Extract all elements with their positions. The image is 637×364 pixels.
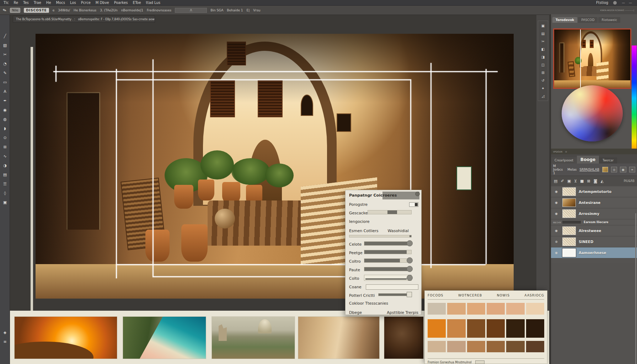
menu-item[interactable]: Tes — [23, 1, 29, 5]
colto-slider[interactable] — [364, 275, 412, 281]
layer-thumbnail[interactable] — [562, 198, 576, 207]
coane-field[interactable] — [366, 284, 418, 290]
option-item[interactable]: Behaide 1 — [227, 9, 243, 12]
menu-item[interactable]: M Dbve — [96, 1, 109, 5]
coltro-slider[interactable] — [364, 258, 412, 263]
option-item[interactable]: Bin SGA — [210, 9, 223, 12]
color-swatch[interactable] — [447, 303, 465, 315]
peetge-slider[interactable] — [364, 250, 412, 254]
panel-tab-torodevok[interactable]: Torodevok — [552, 17, 577, 23]
panel-tool-icon[interactable]: ◿ — [538, 92, 548, 100]
panel-icon[interactable]: ▤ — [554, 179, 557, 183]
color-swatch[interactable] — [447, 341, 465, 352]
swatch-group-header[interactable]: AASRIOCG — [524, 294, 544, 297]
layer-thumbnail[interactable] — [562, 226, 576, 235]
option-item[interactable]: He Bisnerkeus — [74, 9, 96, 12]
tool-icon[interactable]: ▭ — [0, 77, 10, 87]
swatch-group-header[interactable]: FOCODS — [428, 294, 443, 297]
tool-icon[interactable]: ╱ — [0, 31, 10, 41]
color-swatch[interactable] — [447, 319, 465, 338]
color-swatch[interactable] — [487, 319, 505, 338]
dialog-footer-left[interactable]: Dbege — [349, 310, 362, 315]
layer-row[interactable]: ◉ Alrestweee — [551, 225, 637, 236]
tab-crearlpooet[interactable]: Crearlpooet — [551, 157, 577, 164]
panel-tool-icon[interactable]: ◨ — [538, 53, 548, 61]
panel-icon[interactable]: ◙ — [594, 179, 598, 183]
panel-icon[interactable]: ✐ — [561, 179, 564, 183]
tool-icon[interactable]: ▧ — [0, 41, 10, 50]
layer-row[interactable]: BB/149 Earesm Iliecare — [551, 219, 637, 225]
option-item[interactable]: 3. (TAe2Un — [100, 9, 117, 12]
menu-item[interactable]: Pcrce — [81, 1, 91, 5]
color-swatch[interactable] — [467, 303, 485, 315]
color-swatch[interactable] — [487, 341, 505, 352]
visibility-eye-icon[interactable]: ◉ — [553, 190, 560, 193]
layer-thumbnail[interactable] — [562, 248, 576, 257]
list-button[interactable]: ≡ — [629, 167, 635, 172]
panel-icon[interactable]: ▣ — [567, 179, 571, 183]
crop-guide-line[interactable] — [116, 69, 117, 278]
crop-guide-line[interactable] — [430, 63, 432, 268]
tool-icon[interactable]: ⊞ — [0, 142, 10, 151]
tab-twercar[interactable]: Twercar — [599, 157, 617, 164]
layer-row[interactable]: ⊗ SINEED — [551, 236, 637, 247]
option-item[interactable]: E| — [247, 9, 250, 12]
swatch-footer-chip[interactable] — [475, 360, 485, 364]
crop-guide-line[interactable] — [116, 79, 410, 80]
main-photo-courtyard[interactable] — [36, 34, 514, 299]
color-swatch[interactable] — [467, 319, 485, 338]
option-item[interactable]: e — [53, 9, 55, 12]
color-swatch[interactable] — [428, 341, 446, 352]
swatch-group-header[interactable]: NOWIS — [497, 294, 510, 297]
menu-item[interactable]: EToe — [133, 1, 141, 5]
tool-icon[interactable]: ☰ — [0, 179, 10, 188]
panel-scrollbar[interactable] — [635, 213, 636, 364]
panel-icon[interactable]: ◭ — [600, 179, 603, 183]
panel-tab-riotaweic[interactable]: Riotaweic — [598, 17, 620, 23]
option-item[interactable]: nBermselde|1 — [121, 9, 143, 12]
tool-icon[interactable]: ◗ — [0, 124, 10, 133]
panel-icon[interactable]: ■ — [580, 179, 584, 183]
panel-tool-icon[interactable]: ◫ — [538, 61, 548, 69]
account-icon[interactable] — [613, 1, 617, 5]
filmstrip-thumb-sunset-hills[interactable] — [14, 316, 117, 359]
tool-icon[interactable]: ⊙ — [0, 133, 10, 142]
crop-guide-tick[interactable] — [55, 66, 57, 82]
visibility-eye-icon[interactable]: ◉ — [553, 229, 560, 232]
menu-item[interactable]: ttad Lus — [146, 1, 160, 5]
filmstrip-thumb-village-street[interactable] — [298, 316, 380, 359]
menu-item[interactable]: Tlc — [4, 1, 9, 5]
color-swatch[interactable] — [526, 341, 544, 352]
layer-row[interactable]: ◉ Artempmtotorto — [551, 186, 637, 197]
panel-tab-pascod[interactable]: PASCOD — [578, 17, 598, 23]
menu-item[interactable]: Mocs — [56, 1, 65, 5]
tool-icon[interactable]: ◊ — [0, 188, 10, 198]
tool-icon[interactable]: ▤ — [0, 170, 10, 179]
panel-tool-icon[interactable]: ◧ — [538, 45, 548, 53]
visibility-eye-icon[interactable]: ◉ — [553, 212, 560, 215]
tool-icon[interactable]: ✒ — [0, 96, 10, 105]
tool-icon[interactable]: ✂ — [0, 50, 10, 59]
workspace-label[interactable]: Ftstiog — [596, 1, 608, 5]
crop-guide-line[interactable] — [116, 264, 486, 265]
filmstrip-thumb-coastal-cliff[interactable] — [123, 316, 206, 359]
visibility-eye-icon[interactable]: ◉ — [553, 201, 560, 204]
color-sphere-picker[interactable] — [562, 85, 623, 141]
canvas-area[interactable] — [10, 15, 549, 311]
menu-item[interactable]: Trae — [34, 1, 41, 5]
panel-tool-icon[interactable]: ▣ — [538, 22, 548, 30]
color-swatch[interactable] — [526, 303, 544, 315]
discoste-button[interactable]: DISCOSTE — [24, 8, 49, 13]
filmstrip-thumb-hilltop-town[interactable] — [212, 316, 295, 359]
navigator-preview[interactable] — [553, 28, 631, 89]
menu-item[interactable]: He — [46, 1, 51, 5]
window-controls-icon[interactable]: — — — [622, 1, 633, 5]
layer-row[interactable]: ◉ Antesirane — [551, 197, 637, 208]
panel-tool-icon[interactable]: ✦ — [538, 84, 548, 92]
tool-icon[interactable]: A — [0, 87, 10, 96]
color-swatch[interactable] — [467, 341, 485, 352]
celote-slider[interactable] — [364, 241, 412, 246]
panel-tool-icon[interactable]: ✂ — [538, 37, 548, 45]
color-swatch[interactable] — [428, 319, 446, 338]
pattern-chip[interactable] — [602, 167, 608, 172]
